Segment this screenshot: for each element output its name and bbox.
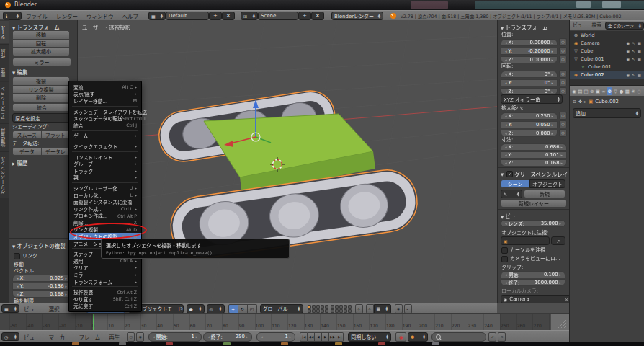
vector-z-field[interactable]: ◂Z:0.168▸ — [12, 290, 71, 298]
new-layer-button[interactable]: 新規レイヤー — [501, 199, 567, 208]
render-opengl-button[interactable]: ◉ — [395, 304, 403, 314]
layout-add-button[interactable]: + — [209, 12, 222, 20]
layer-button[interactable] — [312, 305, 316, 309]
collapse-arrow-icon[interactable]: ▶ — [12, 161, 15, 166]
join-button[interactable]: 統合 — [12, 103, 71, 112]
layer-button[interactable] — [331, 309, 334, 313]
screen-layout-icon-button[interactable]: ▦▲▼ — [148, 12, 166, 20]
transfer-data-button[interactable]: データ — [12, 147, 42, 156]
current-frame-field[interactable]: ◂1▸ — [256, 332, 295, 342]
context-menu-item-トランスフォーム[interactable]: トランスフォーム▸ — [69, 278, 141, 285]
grease-scene-toggle[interactable]: シーン — [501, 179, 529, 188]
window-close-button[interactable] — [602, 1, 621, 8]
dimensions-x-field[interactable]: ◂X:0.686▸ — [501, 143, 567, 151]
properties-tab-render-icon[interactable]: ◉ — [571, 87, 577, 95]
keying-set-type-dropdown[interactable]: ●▲▼ — [408, 332, 428, 342]
context-menu-item-親[interactable]: 親▸ — [69, 174, 141, 182]
record-button[interactable]: ● — [395, 332, 406, 342]
layer-button[interactable] — [335, 305, 339, 309]
renderability-camera-icon[interactable]: ▦ — [638, 57, 641, 61]
context-menu-item-クイックエフェクト[interactable]: クイックエフェクト▸ — [69, 143, 141, 150]
timeline-corner-grip[interactable] — [550, 314, 569, 330]
outliner-row-Cube.002[interactable]: ◈Cube.002◉↖▦ — [570, 71, 644, 79]
scene-close-button[interactable]: ✕ — [311, 12, 324, 20]
layer-button[interactable] — [344, 309, 347, 313]
manipulator-rotate-button[interactable]: ↻ — [238, 304, 248, 314]
lock-camera-checkbox[interactable] — [501, 256, 508, 262]
context-menu-item-表示/隠す[interactable]: 表示/隠す▸ — [69, 91, 141, 98]
visibility-eye-icon[interactable]: ◉ — [626, 49, 630, 53]
layer-button[interactable] — [321, 305, 324, 309]
shelf-tab-グリースペンシル[interactable]: グリースペンシル — [0, 151, 9, 198]
context-menu-item-リンク作成...[interactable]: リンク作成...Ctrl L▸ — [69, 205, 141, 213]
properties-tab-texture-icon[interactable]: ▦ — [625, 87, 630, 95]
only-selected-toggle[interactable]: ◉ — [136, 332, 144, 342]
grease-object-toggle[interactable]: オブジェクト — [529, 179, 565, 188]
clip-end-field[interactable]: ◂終了: 1000.000▸ — [501, 279, 565, 286]
lock-icon[interactable]: ○ — [559, 38, 567, 46]
jump-to-prev-keyframe-button[interactable]: ◀◀ — [308, 332, 315, 342]
editor-type-timeline-button[interactable]: ◷▲▼ — [1, 332, 19, 341]
layer-button[interactable] — [339, 309, 343, 313]
frame-start-field[interactable]: ◂開始: 1▸ — [148, 332, 202, 342]
context-menu-item-メッシュデータの転送[interactable]: メッシュデータの転送Shift Ctrl T — [69, 115, 141, 122]
manipulator-scale-button[interactable]: ◰ — [248, 304, 257, 314]
rotation-mode-dropdown[interactable]: XYZ オイラー角▲▼ — [501, 94, 563, 104]
set-origin-dropdown[interactable]: 原点を設定▲▼ — [12, 113, 76, 123]
snap-element-dropdown[interactable]: ▦▲▼ — [374, 304, 391, 314]
lock-icon[interactable]: ○ — [559, 56, 567, 63]
edit-button[interactable]: 複製 — [12, 76, 70, 85]
editor-type-3dview-button[interactable]: ▦▲▼ — [1, 304, 19, 313]
selectability-cursor-icon[interactable]: ↖ — [632, 49, 635, 53]
timeline-menu-再生[interactable]: 再生 — [104, 333, 124, 341]
info-menu-レンダー[interactable]: レンダー — [52, 12, 82, 20]
timeline[interactable]: -50-40-30-20-100102030405060708090100110… — [0, 313, 569, 330]
lock-icon[interactable]: ○ — [559, 120, 567, 128]
sync-dropdown[interactable]: 同期しない▲▼ — [348, 332, 391, 342]
frame-end-field[interactable]: ◂終了: 250▸ — [203, 332, 252, 342]
insert-keyframe-button[interactable]: ↗ — [488, 332, 496, 342]
layer-button[interactable] — [308, 309, 311, 313]
layer-button[interactable] — [335, 309, 339, 313]
properties-tab-constraints-icon[interactable]: ∞ — [601, 87, 607, 95]
context-menu-item-やり直す[interactable]: やり直すShift Ctrl Z — [69, 296, 141, 303]
location-y-field[interactable]: ◂Y:-0.20000▸ — [501, 48, 558, 55]
snap-magnet-icon[interactable]: ∩ — [366, 304, 374, 314]
shelf-tab-関連[interactable]: 関連 — [0, 63, 9, 81]
properties-tab-data-icon[interactable]: ▽ — [612, 87, 618, 95]
info-menu-ファイル[interactable]: ファイル — [22, 12, 52, 20]
outliner-row-Cube.001[interactable]: ▽Cube.001◉↖▦ — [570, 55, 644, 63]
jump-to-start-button[interactable]: |◀ — [300, 332, 308, 342]
edit-button[interactable]: リンク複製 — [12, 85, 70, 94]
layer-button[interactable] — [344, 305, 347, 309]
visibility-eye-icon[interactable]: ◉ — [626, 73, 630, 77]
context-menu-item-シングルユーザー化[interactable]: シングルユーザー化U▸ — [69, 185, 141, 192]
visibility-eye-icon[interactable]: ◉ — [626, 57, 630, 61]
lock-icon[interactable]: ○ — [559, 79, 567, 86]
local-camera-field[interactable]: ◉ Camera ✕ — [501, 295, 569, 303]
scene-field[interactable]: Scene — [258, 12, 298, 20]
properties-tab-material-icon[interactable]: ● — [619, 87, 625, 95]
lock-cursor-checkbox[interactable] — [501, 247, 508, 254]
jump-to-next-keyframe-button[interactable]: ▶▶ — [329, 332, 336, 342]
viewport-shading-dropdown[interactable]: ●▲▼ — [187, 304, 205, 314]
properties-tab-particles-icon[interactable]: ✳ — [630, 87, 636, 95]
transform-button[interactable]: 回転 — [12, 39, 70, 48]
selectability-cursor-icon[interactable]: ↖ — [632, 73, 635, 77]
layer-button[interactable] — [325, 305, 328, 309]
layer-button[interactable] — [348, 305, 352, 309]
layout-close-button[interactable]: ✕ — [222, 12, 235, 20]
eyedropper-button[interactable]: ↗ — [551, 236, 565, 245]
edit-button[interactable]: 削除 — [12, 93, 70, 102]
clear-icon[interactable]: ✕ — [565, 297, 568, 302]
lock-object-field[interactable]: ▣ — [501, 236, 550, 245]
properties-tab-scene-icon[interactable]: ◫ — [583, 87, 589, 95]
jump-to-end-button[interactable]: ▶| — [336, 332, 344, 342]
outliner-row-World[interactable]: ⊚World — [570, 31, 644, 39]
lock-icon[interactable]: ○ — [559, 70, 567, 78]
visibility-eye-icon[interactable]: ◉ — [626, 41, 630, 45]
properties-tab-render-layers-icon[interactable]: ▤ — [577, 87, 583, 95]
render-opengl-anim-button[interactable]: ▸ — [404, 304, 412, 314]
scene-icon-button[interactable]: ⊞▲▼ — [241, 12, 258, 20]
context-menu-item-コンストレイント[interactable]: コンストレイント▸ — [69, 154, 141, 161]
